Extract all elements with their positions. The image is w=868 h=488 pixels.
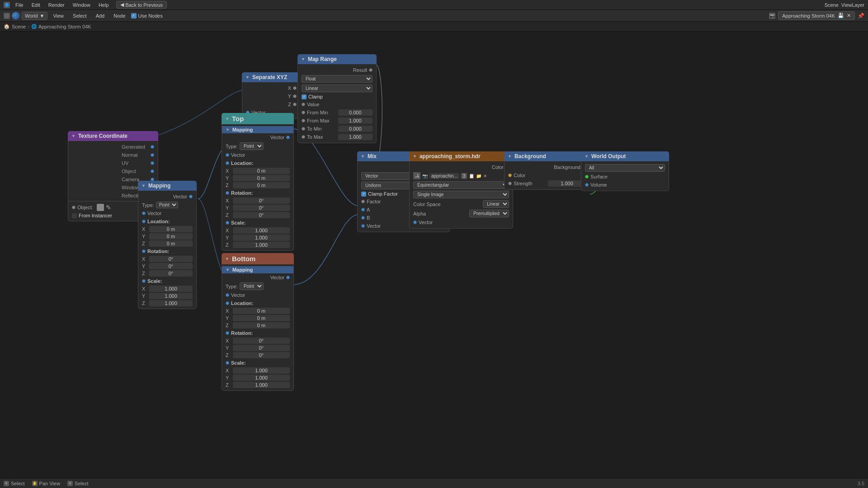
top-scale-x[interactable]: 1.000 (233, 227, 290, 234)
view-btn[interactable]: View (49, 12, 67, 19)
loc-z-val[interactable]: 0 m (149, 240, 193, 247)
hdri-cs-select[interactable]: Linear (483, 200, 509, 208)
bot-rot-z[interactable]: 0° (233, 352, 290, 358)
hdri-delete-icon[interactable]: ✕ (483, 174, 487, 178)
world-dropdown[interactable]: World ▼ (22, 12, 47, 20)
scale-y-val[interactable]: 1.000 (149, 293, 193, 299)
select-btn[interactable]: Select (69, 12, 90, 19)
hdri-image-name[interactable]: approachin... (429, 173, 459, 179)
node-world-output[interactable]: ▼ World Output All Surface Volume (581, 151, 669, 191)
bot-scale-z[interactable]: 1.000 (233, 382, 290, 388)
collapse-arrow[interactable]: ▼ (245, 75, 250, 80)
bottom-node-header: ▼ Bottom (222, 253, 294, 264)
collapse-arrow[interactable]: ▼ (225, 257, 229, 261)
top-scale-y[interactable]: 1.000 (233, 235, 290, 241)
hdri-alpha-select[interactable]: Premultiplied (469, 210, 509, 217)
collapse-arrow[interactable]: ▼ (301, 57, 305, 61)
node-bottom[interactable]: ▼ Bottom ▼ Mapping Vector Type: Point Ve… (222, 253, 294, 391)
node-btn[interactable]: Node (110, 12, 129, 19)
top-loc-x[interactable]: 0 m (233, 168, 290, 174)
bot-loc-x[interactable]: 0 m (233, 308, 290, 314)
collapse-arrow-sub[interactable]: ▼ (226, 127, 230, 132)
use-nodes-toggle[interactable]: ✓ Use Nodes (131, 13, 163, 19)
menu-help[interactable]: Help (96, 1, 112, 9)
node-hdri[interactable]: ▼ approaching_storm.hdr Color 🏞 📷 approa… (409, 151, 513, 229)
pin-icon[interactable]: 📌 (858, 13, 864, 19)
top-loc-z[interactable]: 0 m (233, 182, 290, 188)
wo-all-select[interactable]: All (585, 164, 665, 172)
rot-x-val[interactable]: 0° (149, 256, 193, 262)
node-map-range[interactable]: ▼ Map Range Result Float Linear ✓ Clamp (297, 54, 377, 143)
bot-rot-x[interactable]: 0° (233, 338, 290, 344)
from-instancer-checkbox[interactable] (72, 213, 77, 218)
hdri-single-image-select[interactable]: Single Image (413, 191, 509, 198)
node-mapping-left[interactable]: ▼ Mapping Vector Type: Point Vector Loca… (138, 181, 197, 309)
bot-loc-y[interactable]: 0 m (233, 315, 290, 321)
bot-scale-x[interactable]: 1.000 (233, 367, 290, 374)
breadcrumb-scene[interactable]: Scene (12, 24, 26, 29)
from-max-val[interactable]: 1.000 (338, 117, 373, 124)
hdri-folder-icon[interactable]: 📁 (476, 174, 481, 178)
node-top[interactable]: ▼ Top ▼ Mapping Vector Type: Point Vecto… (222, 113, 294, 251)
breadcrumb-material[interactable]: Approaching Storm 04K (38, 24, 91, 29)
node-separate-xyz[interactable]: ▼ Separate XYZ X Y Z Vector (242, 72, 301, 119)
collapse-arrow-sub[interactable]: ▼ (226, 267, 230, 272)
type-select[interactable]: Point (156, 202, 178, 208)
bot-scale-y[interactable]: 1.000 (233, 375, 290, 381)
scale-z-val[interactable]: 1.000 (149, 300, 193, 306)
menu-file[interactable]: File (13, 1, 26, 9)
top-rot-z[interactable]: 0° (233, 212, 290, 218)
back-button[interactable]: ◀ Back to Previous (116, 1, 167, 9)
top-rot-x[interactable]: 0° (233, 197, 290, 204)
hdri-copy-icon[interactable]: 📋 (469, 174, 474, 178)
wo-volume-row: Volume (581, 181, 669, 189)
scale-x-val[interactable]: 1.000 (149, 286, 193, 292)
menu-window[interactable]: Window (70, 1, 93, 9)
rot-y-val[interactable]: 0° (149, 263, 193, 269)
bottom-type-select[interactable]: Point (240, 282, 264, 290)
camera-icon: 📷 (769, 13, 775, 19)
collapse-arrow[interactable]: ▼ (71, 134, 75, 138)
add-btn[interactable]: Add (92, 12, 108, 19)
bot-loc-z[interactable]: 0 m (233, 322, 290, 328)
mix-clamp-cb[interactable]: ✓ (361, 192, 366, 197)
socket-scale (226, 361, 229, 365)
from-min-val[interactable]: 0.000 (338, 109, 373, 116)
status-pan-label: Pan View (39, 481, 60, 486)
menu-render[interactable]: Render (46, 1, 67, 9)
bot-rot-y[interactable]: 0° (233, 345, 290, 351)
interpolation-select[interactable]: Linear (302, 84, 373, 92)
top-scale-z[interactable]: 1.000 (233, 242, 290, 248)
node-editor-canvas[interactable]: ▼ Texture Coordinate Generated Normal UV… (0, 32, 868, 478)
status-bar: 🖱 Select ✋ Pan View 🖱 Select 3.5 (0, 478, 868, 488)
rot-z-val[interactable]: 0° (149, 270, 193, 277)
collapse-arrow[interactable]: ▼ (585, 154, 589, 159)
collapse-arrow[interactable]: ▼ (225, 117, 229, 121)
close-icon[interactable]: ✕ (847, 13, 851, 19)
collapse-arrow[interactable]: ▼ (508, 154, 512, 159)
node-background[interactable]: ▼ Background Background Color Strength 1… (504, 151, 590, 190)
socket-object-out (151, 169, 154, 173)
editor-type-icon[interactable]: ⬡ (4, 13, 10, 19)
node-header-area: 📷 Approaching Storm 04K 💾 ✕ 📌 (769, 11, 864, 20)
use-nodes-checkbox[interactable]: ✓ (131, 13, 137, 19)
top-rot-y[interactable]: 0° (233, 205, 290, 211)
hdri-projection-select[interactable]: Equirectangular (413, 181, 509, 189)
eyedropper-icon[interactable]: ✎ (106, 204, 111, 211)
to-min-val[interactable]: 0.000 (338, 126, 373, 132)
menu-edit[interactable]: Edit (29, 1, 43, 9)
world-output-title: World Output (591, 153, 626, 160)
collapse-arrow[interactable]: ▼ (142, 183, 146, 188)
top-type-select[interactable]: Point (240, 142, 264, 150)
collapse-arrow[interactable]: ▼ (361, 154, 365, 159)
collapse-arrow[interactable]: ▼ (413, 154, 417, 159)
loc-y-val[interactable]: 0 m (149, 233, 193, 239)
node-filename-bar[interactable]: Approaching Storm 04K 💾 ✕ (778, 11, 855, 20)
loc-x-val[interactable]: 0 m (149, 226, 193, 232)
bg-strength-val[interactable]: 1.000 (548, 180, 586, 187)
data-type-select[interactable]: Float (302, 75, 373, 83)
clamp-checkbox[interactable]: ✓ (302, 94, 307, 99)
to-max-val[interactable]: 1.000 (338, 134, 373, 140)
top-loc-y[interactable]: 0 m (233, 175, 290, 181)
object-picker[interactable] (97, 204, 104, 211)
